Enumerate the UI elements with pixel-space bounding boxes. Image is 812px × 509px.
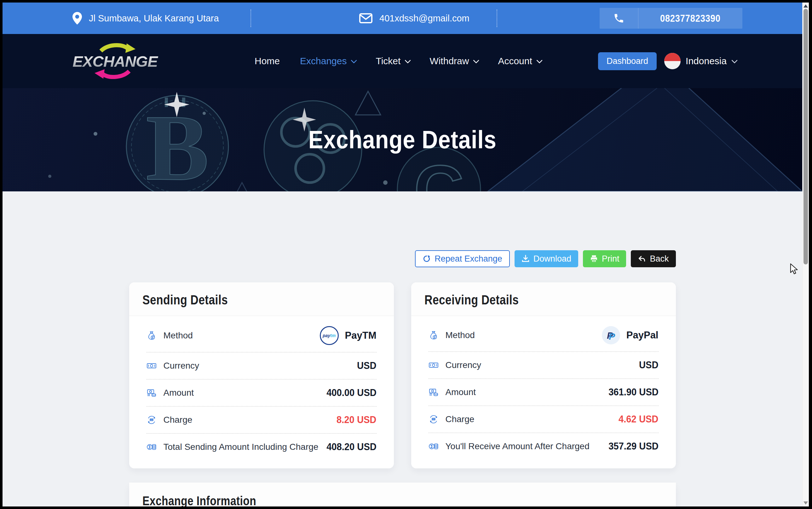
currency-row: Currency USD	[147, 352, 377, 380]
total-row: Total Sending Amount Including Charge 40…	[147, 434, 377, 460]
language-selector[interactable]: Indonesia	[664, 53, 736, 69]
money-bag-icon	[429, 330, 439, 340]
nav-item-exchanges[interactable]: Exchanges	[300, 56, 355, 66]
email-text[interactable]: 401xdssh@gmail.com	[379, 13, 469, 24]
nav-menu: Home Exchanges Ticket Withdraw Account	[255, 34, 541, 88]
method-row: Method P P PayPal	[429, 319, 659, 352]
email-info[interactable]: 401xdssh@gmail.com	[359, 2, 469, 34]
phone-icon	[613, 12, 625, 24]
location-info: Jl Sumbawa, Ulak Karang Utara	[72, 2, 219, 34]
nav-right-controls: Dashboard Indonesia	[598, 34, 736, 88]
nav-item-home[interactable]: Home	[255, 56, 280, 66]
amount-row: Amount 361.90 USD	[429, 379, 659, 406]
charge-row: Charge 4.62 USD	[429, 406, 659, 433]
exchange-information-card: Exchange Information	[129, 482, 676, 507]
chevron-down-icon	[731, 57, 738, 64]
charge-row: Charge 8.20 USD	[147, 407, 377, 434]
vertical-scrollbar[interactable]	[802, 2, 809, 507]
page-viewport: Jl Sumbawa, Ulak Karang Utara 401xdssh@g…	[2, 2, 802, 507]
hero-banner: B C Exch	[2, 88, 802, 192]
paypal-logo: P P	[602, 326, 620, 344]
download-icon	[522, 254, 530, 263]
print-button[interactable]: Print	[583, 250, 626, 267]
card-title: Receiving Details	[425, 293, 519, 308]
phone-text[interactable]: 082377823390	[660, 12, 721, 24]
nav-item-ticket[interactable]: Ticket	[376, 56, 409, 66]
main-navbar: EXCHANGE Home Exchanges Ticket	[2, 34, 802, 88]
cash-coins-icon	[429, 387, 439, 397]
card-header: Receiving Details	[411, 282, 676, 316]
money-bag-icon	[147, 331, 157, 341]
top-contact-bar: Jl Sumbawa, Ulak Karang Utara 401xdssh@g…	[2, 2, 802, 34]
location-text: Jl Sumbawa, Ulak Karang Utara	[89, 13, 219, 24]
scrollbar-thumb[interactable]	[804, 9, 808, 264]
nav-item-withdraw[interactable]: Withdraw	[430, 56, 478, 66]
repeat-exchange-button[interactable]: Repeat Exchange	[415, 250, 510, 267]
method-value: P P PayPal	[602, 326, 659, 344]
nav-item-account[interactable]: Account	[498, 56, 541, 66]
card-title: Exchange Information	[143, 494, 256, 507]
browser-window: Jl Sumbawa, Ulak Karang Utara 401xdssh@g…	[0, 0, 812, 509]
logo-arrow-up	[101, 45, 128, 51]
envelope-icon	[359, 13, 372, 23]
download-button[interactable]: Download	[514, 250, 578, 267]
divider	[497, 9, 497, 27]
card-header: Exchange Information	[129, 482, 676, 507]
exchange-coins-icon	[147, 415, 157, 425]
method-row: Method paytm PayTM	[147, 319, 377, 352]
scroll-up-arrow[interactable]	[804, 4, 808, 7]
sending-details-card: Sending Details Method	[129, 282, 394, 468]
chevron-down-icon	[473, 57, 479, 64]
page-title: Exchange Details	[2, 88, 802, 192]
amount-row: Amount 400.00 USD	[147, 380, 377, 407]
exchange-coins-icon	[429, 414, 439, 424]
banknote-icon	[147, 361, 157, 371]
location-pin-icon	[72, 12, 82, 25]
dashboard-button[interactable]: Dashboard	[598, 52, 657, 70]
card-header: Sending Details	[129, 282, 394, 316]
logo-arrow-down	[102, 71, 129, 77]
receiving-details-card: Receiving Details Method	[411, 282, 676, 468]
printer-icon	[590, 254, 598, 263]
phone-info[interactable]: 082377823390	[600, 8, 742, 29]
cash-coins-icon	[147, 388, 157, 398]
indonesia-flag-icon	[664, 53, 681, 69]
back-button[interactable]: Back	[631, 250, 676, 267]
sum-coins-icon	[429, 441, 439, 451]
divider	[250, 9, 251, 27]
method-value: paytm PayTM	[320, 326, 377, 345]
svg-text:P: P	[609, 331, 615, 341]
paytm-logo: paytm	[320, 326, 339, 345]
banknote-icon	[429, 360, 439, 370]
chevron-down-icon	[536, 57, 542, 64]
sum-coins-icon	[147, 442, 157, 452]
refresh-icon	[423, 254, 431, 263]
main-content: Repeat Exchange Download	[129, 250, 676, 507]
details-cards: Sending Details Method	[129, 282, 676, 468]
back-arrow-icon	[638, 254, 646, 263]
exchange-logo[interactable]: EXCHANGE	[69, 41, 161, 82]
chevron-down-icon	[405, 57, 411, 64]
language-label: Indonesia	[686, 56, 727, 66]
scroll-down-arrow[interactable]	[804, 502, 808, 505]
action-buttons: Repeat Exchange Download	[129, 250, 676, 267]
chevron-down-icon	[351, 57, 357, 64]
currency-row: Currency USD	[429, 352, 659, 379]
card-title: Sending Details	[143, 293, 228, 308]
logo-text: EXCHANGE	[72, 53, 158, 70]
receive-total-row: You'll Receive Amount After Charged 357.…	[429, 433, 659, 460]
